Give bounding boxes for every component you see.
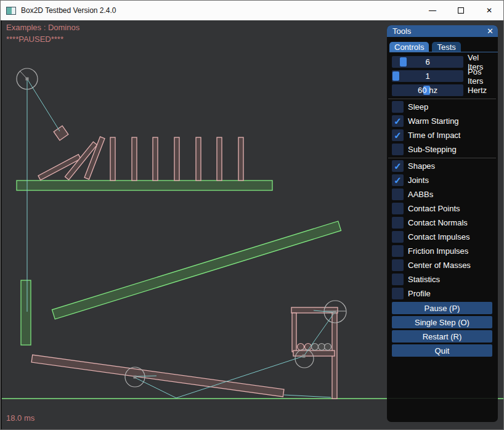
checkbox-profile[interactable]: ✓ Profile [392, 288, 492, 299]
single-step-button[interactable]: Single Step (O) [392, 316, 492, 328]
checkbox-box: ✓ [392, 174, 404, 186]
checkbox-box: ✓ [392, 274, 404, 285]
checkbox-contact-impulses[interactable]: ✓ Contact Impulses [392, 231, 492, 243]
shelf-ball-5 [325, 344, 331, 351]
domino-platform [17, 181, 272, 190]
app-icon [6, 7, 16, 15]
checkbox-box: ✓ [392, 129, 404, 141]
checkbox-friction-impulses[interactable]: ✓ Friction Impulses [392, 245, 492, 257]
checkbox-label: Sleep [408, 102, 428, 112]
separator [388, 158, 496, 158]
checkbox-box: ✓ [392, 189, 404, 200]
window-title: Box2D Testbed Version 2.4.0 [21, 6, 116, 15]
checkbox-label: AABBs [408, 190, 433, 199]
checkbox-warm-starting[interactable]: ✓ Warm Starting [392, 115, 492, 127]
checkbox-label: Warm Starting [408, 116, 459, 126]
checkbox-box: ✓ [392, 115, 404, 127]
pause-button[interactable]: Pause (P) [392, 302, 492, 314]
separator [388, 99, 496, 99]
hertz-row: 60 hz Hertz [392, 84, 492, 96]
checkbox-box: ✓ [392, 144, 404, 155]
checkbox-box: ✓ [392, 203, 404, 214]
joint-ground [284, 395, 331, 397]
pos-iters-value: 1 [392, 70, 463, 82]
tools-titlebar[interactable]: Tools ✕ [387, 25, 498, 37]
anchor-frame-top [333, 311, 336, 314]
check-icon: ✓ [394, 131, 402, 140]
app-window: Box2D Testbed Version 2.4.0 — ✕ Examples… [0, 0, 504, 430]
check-icon: ✓ [394, 176, 402, 185]
checkbox-box: ✓ [392, 217, 404, 229]
checkbox-statistics[interactable]: ✓ Statistics [392, 274, 492, 285]
hertz-slider[interactable]: 60 hz [392, 84, 463, 96]
minimize-icon: — [429, 6, 436, 15]
tools-body: 6 Vel Iters 1 Pos Iters 60 hz Hertz [387, 52, 498, 357]
frame-left-post [292, 313, 296, 352]
checkbox-label: Joints [408, 176, 429, 185]
checkbox-contact-points[interactable]: ✓ Contact Points [392, 203, 492, 214]
vel-iters-slider[interactable]: 6 [392, 56, 463, 68]
checkbox-sub-stepping[interactable]: ✓ Sub-Stepping [392, 144, 492, 155]
checkbox-shapes[interactable]: ✓ Shapes [392, 160, 492, 172]
checkbox-label: Contact Normals [408, 218, 468, 227]
window-controls: — ✕ [418, 1, 503, 20]
domino-upright-2 [132, 137, 137, 181]
maximize-button[interactable] [447, 1, 475, 20]
checkbox-label: Statistics [408, 275, 440, 284]
domino-upright-4 [174, 137, 179, 181]
tools-close-button[interactable]: ✕ [487, 27, 494, 35]
checkbox-box: ✓ [392, 231, 404, 243]
checkbox-label: Time of Impact [408, 131, 460, 140]
joint-pendulum [27, 79, 60, 131]
domino-upright-1 [110, 137, 115, 181]
minimize-button[interactable]: — [418, 1, 447, 20]
tab-controls[interactable]: Controls [389, 42, 429, 52]
check-icon: ✓ [394, 161, 402, 171]
domino-upright-7 [238, 137, 243, 181]
vel-iters-row: 6 Vel Iters [392, 56, 492, 68]
pendulum-block [54, 126, 68, 140]
hertz-label: Hertz [468, 86, 487, 95]
checkbox-joints[interactable]: ✓ Joints [392, 174, 492, 186]
anchor-plank [134, 376, 137, 379]
checkbox-box: ✓ [392, 160, 404, 172]
vertical-green-block [21, 280, 31, 345]
tab-tests[interactable]: Tests [432, 42, 460, 52]
pos-iters-row: 1 Pos Iters [392, 70, 492, 82]
quit-button[interactable]: Quit [392, 344, 492, 357]
domino-upright-6 [217, 137, 222, 181]
ramp-plank [52, 221, 341, 319]
checkbox-label: Center of Masses [408, 261, 471, 270]
checkbox-box: ✓ [392, 245, 404, 257]
hertz-value: 60 hz [392, 84, 463, 96]
shelf-ball-4 [319, 344, 325, 351]
check-icon: ✓ [394, 116, 402, 126]
close-button[interactable]: ✕ [475, 1, 503, 20]
checkbox-label: Friction Impulses [408, 246, 468, 256]
anchor-top-left [26, 78, 29, 81]
checkbox-sleep[interactable]: ✓ Sleep [392, 101, 492, 113]
pos-iters-slider[interactable]: 1 [392, 70, 463, 82]
close-icon: ✕ [486, 6, 492, 15]
os-titlebar: Box2D Testbed Version 2.4.0 — ✕ [1, 1, 503, 20]
frame-shelf [293, 351, 335, 356]
tools-tab-bar: Controls Tests [389, 42, 498, 52]
tools-title-text: Tools [392, 26, 411, 36]
tools-panel: Tools ✕ Controls Tests 6 Vel Iters 1 Pos… [387, 25, 498, 422]
checkbox-contact-normals[interactable]: ✓ Contact Normals [392, 217, 492, 229]
shelf-ball-3 [312, 344, 319, 351]
restart-button[interactable]: Restart (R) [392, 330, 492, 343]
anchor-shelf [303, 355, 306, 358]
checkbox-box: ✓ [392, 259, 404, 271]
frame-time-label: 18.0 ms [6, 413, 35, 423]
paused-label: ****PAUSED**** [6, 34, 63, 44]
checkbox-label: Shapes [408, 161, 435, 171]
bottom-plank [31, 355, 284, 397]
checkbox-center-of-masses[interactable]: ✓ Center of Masses [392, 259, 492, 271]
checkbox-box: ✓ [392, 101, 404, 113]
checkbox-aabbs[interactable]: ✓ AABBs [392, 189, 492, 200]
checkbox-label: Contact Points [408, 204, 460, 213]
checkbox-box: ✓ [392, 288, 404, 299]
example-label: Examples : Dominos [6, 23, 79, 32]
checkbox-time-of-impact[interactable]: ✓ Time of Impact [392, 129, 492, 141]
